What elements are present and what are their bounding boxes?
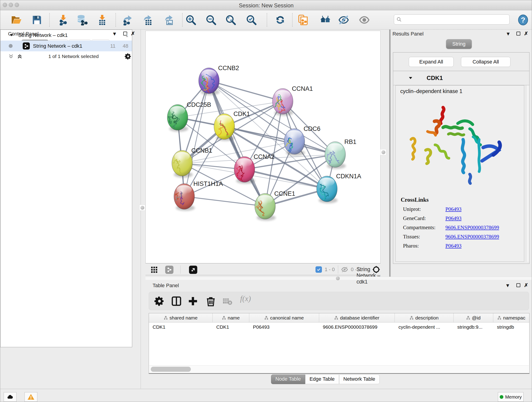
node-CCNB1[interactable]: CCNB1 — [167, 147, 212, 178]
expand-all-button[interactable]: Expand All — [409, 57, 454, 67]
node-CCNB2[interactable]: CCNB2 — [199, 65, 239, 95]
right-divider[interactable] — [389, 30, 390, 277]
collection-name: String Network – cdk1 — [18, 32, 68, 38]
search-field[interactable] — [394, 14, 510, 25]
birdseye-view-icon[interactable] — [151, 266, 158, 274]
export-image-icon[interactable] — [163, 14, 174, 26]
import-network-file-icon[interactable] — [57, 14, 69, 26]
open-in-window-icon[interactable] — [189, 266, 197, 274]
table-cell[interactable]: P06493 — [249, 322, 319, 332]
collapse-triangle-icon[interactable] — [9, 33, 14, 38]
save-session-icon[interactable] — [32, 14, 42, 26]
crosslink-link[interactable]: P06493 — [445, 216, 462, 221]
tab-string[interactable]: String — [446, 39, 472, 49]
node-CCNA2[interactable]: CCNA2 — [234, 153, 275, 184]
memory-button[interactable]: Memory — [498, 392, 524, 402]
collapse-all-networks-icon[interactable] — [8, 53, 14, 59]
tab-node-table[interactable]: Node Table — [271, 375, 305, 384]
zoom-out-icon[interactable] — [206, 14, 216, 26]
warnings-button[interactable] — [25, 392, 37, 402]
table-cell[interactable]: cyclin-dependent ... — [395, 322, 454, 332]
table-cell[interactable]: CDK1 — [149, 322, 213, 332]
import-table-file-icon[interactable] — [96, 14, 108, 26]
export-table-icon[interactable] — [142, 14, 153, 26]
column-header-shared-name[interactable]: shared name — [149, 313, 213, 322]
delete-column-trash-icon[interactable] — [205, 296, 216, 307]
table-horizontal-scrollbar[interactable] — [149, 365, 529, 373]
hide-selected-icon[interactable] — [338, 14, 349, 26]
node-RB1[interactable]: RB1 — [325, 138, 356, 169]
apply-layout-icon[interactable] — [275, 14, 286, 26]
network-overview-share-icon[interactable] — [165, 266, 173, 274]
tab-edge-table[interactable]: Edge Table — [305, 375, 339, 384]
first-neighbors-icon[interactable] — [320, 14, 331, 26]
left-divider-handle[interactable] — [139, 205, 145, 211]
crosslink-link[interactable]: 9606.ENSP00000378699 — [445, 225, 499, 230]
table-cell[interactable]: stringdb — [493, 322, 530, 332]
table-panel-maximize-icon[interactable] — [516, 283, 520, 287]
show-all-icon[interactable] — [359, 14, 370, 26]
edge-HIST1H1A-CCNE1[interactable] — [184, 196, 265, 206]
string-network-graph[interactable]: CCNB2CCNA1CDC25BCDK1CDC6RB1CCNB1CCNA2CDK… — [146, 31, 380, 263]
table-cell[interactable]: 9606.ENSP00000378699 — [319, 322, 395, 332]
network-collection-row[interactable]: String Network – cdk1 1 — [0, 30, 132, 41]
crosslink-link[interactable]: P06493 — [445, 206, 462, 212]
scrollbar-thumb[interactable] — [151, 367, 191, 372]
import-network-database-icon[interactable] — [76, 14, 88, 26]
show-columns-icon[interactable] — [171, 296, 182, 307]
help-icon[interactable]: ? — [518, 14, 529, 26]
export-network-icon[interactable] — [122, 14, 133, 26]
column-header-database-identifier[interactable]: database identifier — [319, 313, 395, 322]
network-options-gear-icon[interactable] — [124, 53, 132, 60]
open-session-icon[interactable] — [11, 14, 22, 26]
results-panel-close-icon[interactable]: ✗ — [524, 31, 528, 36]
node-CDC25B[interactable]: CDC25B — [167, 101, 211, 132]
selected-node-edge-counts: 1 - 0 — [325, 267, 335, 273]
network-canvas[interactable]: CCNB2CCNA1CDC25BCDK1CDC6RB1CCNB1CCNA2CDK… — [146, 31, 380, 263]
edge-CCNB2-CCNE1[interactable] — [209, 81, 265, 206]
column-header-namespac[interactable]: namespac — [493, 313, 530, 322]
zoom-in-icon[interactable] — [185, 14, 196, 26]
table-cell[interactable]: CDK1 — [213, 322, 249, 332]
warning-icon — [27, 393, 35, 401]
table-row[interactable]: CDK1CDK1P064939606.ENSP00000378699cyclin… — [149, 322, 529, 332]
node-CDC6[interactable]: CDC6 — [284, 125, 321, 156]
cloud-services-button[interactable] — [4, 392, 17, 402]
column-header-description[interactable]: description — [395, 313, 454, 322]
node-CDK1[interactable]: CDK1 — [214, 110, 250, 141]
toolbar-separator — [267, 13, 267, 27]
results-panel-maximize-icon[interactable] — [516, 32, 520, 36]
search-input[interactable] — [402, 17, 509, 22]
tab-network-table[interactable]: Network Table — [339, 375, 380, 384]
create-column-plus-icon[interactable] — [187, 296, 198, 307]
collapse-all-button[interactable]: Collapse All — [461, 57, 510, 67]
table-panel: Table Panel ▼ ✗ — [146, 280, 532, 389]
expand-all-networks-icon[interactable] — [17, 53, 23, 59]
crosslink-row: Tissues:9606.ENSP00000378699 — [403, 234, 524, 240]
table-panel-close-icon[interactable]: ✗ — [524, 283, 528, 288]
fit-selection-crosshair-icon[interactable] — [372, 265, 380, 274]
right-divider-handle[interactable] — [380, 149, 386, 155]
zoom-fit-icon[interactable] — [225, 14, 236, 26]
collapse-gene-triangle-icon[interactable] — [408, 76, 413, 80]
column-header--id[interactable]: @id — [454, 313, 493, 322]
network-row-selected[interactable]: String Network – cdk1 11 48 — [0, 41, 132, 51]
selected-items-checkbox[interactable] — [316, 266, 322, 273]
table-panel-float-icon[interactable]: ▼ — [505, 283, 510, 288]
node-CCNE1[interactable]: CCNE1 — [251, 190, 295, 221]
zoom-selected-icon[interactable] — [246, 14, 257, 26]
column-header-canonical-name[interactable]: canonical name — [249, 313, 319, 322]
node-CDKN1A[interactable]: CDKN1A — [317, 173, 361, 203]
node-HIST1H1A[interactable]: HIST1H1A — [172, 180, 223, 211]
edge-CCNA2-CDKN1A[interactable] — [244, 169, 327, 189]
table-options-gear-icon[interactable] — [154, 296, 165, 307]
results-scrollbar[interactable] — [526, 85, 529, 262]
column-header-name[interactable]: name — [213, 313, 249, 322]
toolbar-separator — [338, 265, 338, 274]
results-panel-float-icon[interactable]: ▼ — [506, 32, 511, 36]
gene-header-row[interactable]: CDK1 — [393, 71, 529, 85]
crosslink-link[interactable]: P06493 — [445, 243, 462, 249]
table-cell[interactable]: stringdb:9... — [454, 322, 493, 332]
crosslink-link[interactable]: 9606.ENSP00000378699 — [445, 234, 499, 240]
copy-style-icon[interactable] — [298, 14, 309, 26]
